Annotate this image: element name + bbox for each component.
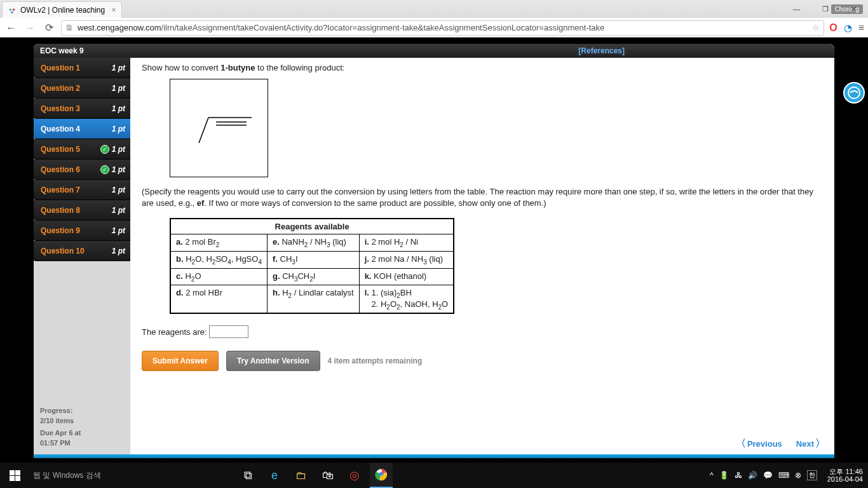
footer-bar (34, 454, 834, 458)
battery-icon[interactable]: 🔋 (719, 471, 729, 480)
extension-icon[interactable]: ◔ (844, 22, 852, 34)
owl-app: EOC week 9 [References] Question 11 ptQu… (34, 44, 834, 458)
page-viewport: EOC week 9 [References] Question 11 ptQu… (0, 37, 868, 463)
back-button[interactable]: ← (4, 21, 18, 35)
tab-title: OWLv2 | Online teaching (20, 6, 105, 15)
browser-chrome: OWLv2 | Online teaching × Chorong — ❐ ✕ … (0, 0, 868, 37)
page-icon: 🗎 (65, 23, 74, 32)
svg-rect-9 (15, 470, 20, 475)
sidebar-question[interactable]: Question 81 pt (34, 200, 130, 220)
answer-row: The reagents are: (142, 325, 823, 338)
references-link[interactable]: [References] (578, 46, 625, 55)
bookmark-icon[interactable]: ☆ (812, 23, 820, 32)
forward-button[interactable]: → (23, 21, 37, 35)
progress-label: Progress: (40, 406, 124, 416)
url-input[interactable]: 🗎 west.cengagenow.com/ilrn/takeAssignmen… (61, 20, 824, 36)
attempts-remaining: 4 item attempts remaining (328, 356, 423, 365)
close-tray-icon[interactable]: ⊗ (795, 471, 801, 480)
owl-favicon (8, 6, 17, 15)
network-icon[interactable]: 🖧 (735, 471, 742, 480)
menu-icon[interactable]: ≡ (858, 22, 864, 34)
svg-rect-8 (10, 470, 15, 475)
reagents-table: Reagents available a. 2 mol Br2 e. NaNH2… (170, 218, 454, 314)
store-icon[interactable]: 🛍 (316, 463, 339, 488)
sidebar-question[interactable]: Question 101 pt (34, 241, 130, 261)
nav-buttons: 〈Previous Next〉 (736, 437, 825, 451)
submit-button[interactable]: Submit Answer (142, 351, 219, 371)
sidebar-question[interactable]: Question 5✓1 pt (34, 139, 130, 159)
help-bubble-icon[interactable] (843, 82, 865, 104)
app-icon[interactable]: ◎ (343, 463, 366, 488)
system-tray: ^ 🔋 🖧 🔊 💬 ⌨ ⊗ 한 (705, 470, 822, 480)
start-button[interactable] (0, 470, 29, 481)
reagent-instructions: (Specify the reagents you would use to c… (142, 186, 823, 209)
progress-value: 2/10 items (40, 416, 124, 426)
chrome-icon[interactable] (370, 463, 393, 488)
answer-label: The reagents are: (142, 327, 207, 337)
taskbar-search[interactable]: 웹 및 Windows 검색 (33, 470, 224, 481)
windows-taskbar: 웹 및 Windows 검색 ⧉ e 🗀 🛍 ◎ ^ 🔋 🖧 🔊 💬 ⌨ ⊗ 한… (0, 463, 868, 488)
tray-chevron-icon[interactable]: ^ (710, 471, 714, 480)
progress-block: Progress: 2/10 items Due Apr 6 at 01:57 … (34, 400, 130, 454)
table-header: Reagents available (170, 219, 454, 234)
reagents-input[interactable] (209, 325, 248, 338)
file-explorer-icon[interactable]: 🗀 (290, 463, 313, 488)
sidebar-question[interactable]: Question 6✓1 pt (34, 159, 130, 180)
maximize-button[interactable]: ❐ (811, 0, 839, 18)
button-row: Submit Answer Try Another Version 4 item… (142, 351, 823, 371)
try-another-button[interactable]: Try Another Version (226, 351, 320, 371)
due-label: Due Apr 6 at (40, 428, 124, 438)
svg-line-3 (199, 118, 208, 143)
svg-point-7 (848, 87, 860, 98)
sidebar-question[interactable]: Question 11 pt (34, 58, 130, 78)
close-button[interactable]: ✕ (839, 0, 868, 18)
previous-button[interactable]: 〈Previous (736, 437, 782, 451)
svg-rect-11 (15, 476, 20, 481)
svg-rect-10 (10, 476, 15, 481)
due-time: 01:57 PM (40, 438, 124, 448)
svg-point-0 (10, 8, 12, 11)
question-content: Show how to convert 1-butyne to the foll… (130, 58, 834, 454)
sidebar-question[interactable]: Question 41 pt (34, 119, 130, 139)
minimize-button[interactable]: — (782, 0, 811, 18)
svg-point-1 (13, 8, 15, 11)
ime-icon[interactable]: 한 (807, 470, 817, 480)
assignment-title: EOC week 9 (40, 46, 84, 55)
notification-icon[interactable]: 💬 (763, 471, 773, 480)
volume-icon[interactable]: 🔊 (748, 471, 757, 480)
keyboard-icon[interactable]: ⌨ (778, 471, 789, 480)
sidebar-question[interactable]: Question 91 pt (34, 220, 130, 241)
opera-icon[interactable]: O (829, 22, 837, 34)
app-header: EOC week 9 [References] (34, 44, 834, 58)
structure-image (170, 79, 268, 177)
address-bar: ← → ⟳ 🗎 west.cengagenow.com/ilrn/takeAss… (0, 18, 868, 37)
sidebar-question[interactable]: Question 71 pt (34, 180, 130, 200)
sidebar-question[interactable]: Question 21 pt (34, 78, 130, 98)
edge-icon[interactable]: e (263, 463, 286, 488)
task-view-icon[interactable]: ⧉ (236, 463, 259, 488)
next-button[interactable]: Next〉 (796, 437, 825, 451)
question-sidebar: Question 11 ptQuestion 21 ptQuestion 31 … (34, 58, 130, 454)
sidebar-question[interactable]: Question 31 pt (34, 98, 130, 119)
browser-tab[interactable]: OWLv2 | Online teaching × (2, 1, 122, 18)
window-controls: — ❐ ✕ (782, 0, 868, 18)
svg-point-2 (11, 11, 13, 13)
reload-button[interactable]: ⟳ (42, 21, 56, 35)
tab-bar: OWLv2 | Online teaching × Chorong — ❐ ✕ (0, 0, 868, 18)
tab-close-icon[interactable]: × (111, 5, 116, 15)
question-prompt: Show how to convert 1-butyne to the foll… (142, 63, 823, 72)
taskbar-clock[interactable]: 오후 11:46 2016-04-04 (822, 468, 868, 483)
